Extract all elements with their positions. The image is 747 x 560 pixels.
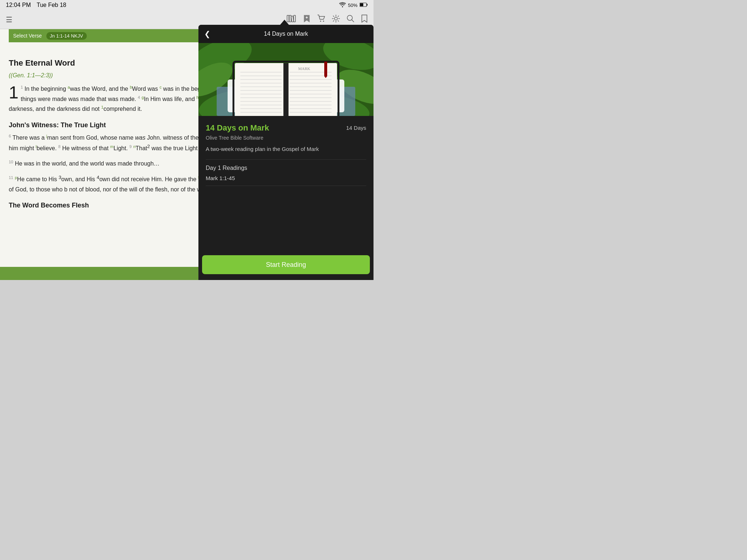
settings-icon[interactable] — [332, 15, 340, 24]
verse-badge[interactable]: Jn 1:1-14 NKJV — [46, 32, 87, 40]
status-bar: 12:04 PM Tue Feb 18 50% — [0, 0, 374, 10]
cart-icon[interactable] — [317, 15, 325, 24]
date-display: Tue Feb 18 — [36, 2, 66, 8]
status-icons: 50% — [339, 2, 368, 8]
svg-text:MARK: MARK — [298, 66, 310, 71]
svg-rect-5 — [291, 16, 294, 22]
time-display: 12:04 PM — [6, 2, 31, 8]
panel-title: 14 Days on Mark — [264, 31, 308, 37]
panel-header: ❮ 14 Days on Mark — [198, 25, 374, 43]
wifi-icon — [339, 2, 346, 8]
plan-description: A two-week reading plan in the Gospel of… — [206, 146, 366, 152]
select-verse-label[interactable]: Select Verse — [13, 33, 42, 39]
reading-passage: Mark 1:1-45 — [206, 175, 366, 186]
battery-icon — [360, 3, 368, 8]
plan-title: 14 Days on Mark — [206, 123, 269, 133]
hamburger-menu-button[interactable]: ☰ — [6, 15, 12, 24]
bookmark-nav-icon[interactable] — [303, 15, 311, 24]
divider — [206, 159, 366, 160]
back-button[interactable]: ❮ — [204, 30, 210, 38]
svg-point-10 — [347, 15, 352, 20]
chapter-number: 1 — [9, 84, 19, 101]
start-reading-button[interactable]: Start Reading — [202, 255, 370, 274]
reading-panel: ❮ 14 Days on Mark — [198, 25, 374, 280]
day-readings-label: Day 1 Readings — [206, 165, 366, 171]
svg-rect-1 — [367, 4, 368, 5]
svg-point-8 — [323, 21, 324, 22]
panel-pointer — [280, 20, 289, 25]
svg-line-11 — [352, 20, 354, 22]
svg-point-7 — [320, 21, 321, 22]
search-icon[interactable] — [347, 15, 355, 24]
svg-rect-6 — [294, 15, 295, 22]
panel-image: MARK — [198, 43, 374, 116]
svg-rect-4 — [289, 15, 291, 22]
svg-rect-22 — [283, 63, 289, 116]
svg-point-9 — [334, 17, 337, 20]
plan-days-badge: 14 Days — [346, 125, 366, 131]
svg-rect-2 — [360, 3, 363, 6]
panel-body: 14 Days on Mark 14 Days Olive Tree Bible… — [198, 116, 374, 249]
plan-author: Olive Tree Bible Software — [206, 135, 366, 141]
battery-label: 50% — [348, 3, 357, 8]
plan-header-row: 14 Days on Mark 14 Days — [206, 123, 366, 133]
bookmark-icon[interactable] — [361, 15, 368, 24]
svg-rect-49 — [324, 62, 327, 76]
